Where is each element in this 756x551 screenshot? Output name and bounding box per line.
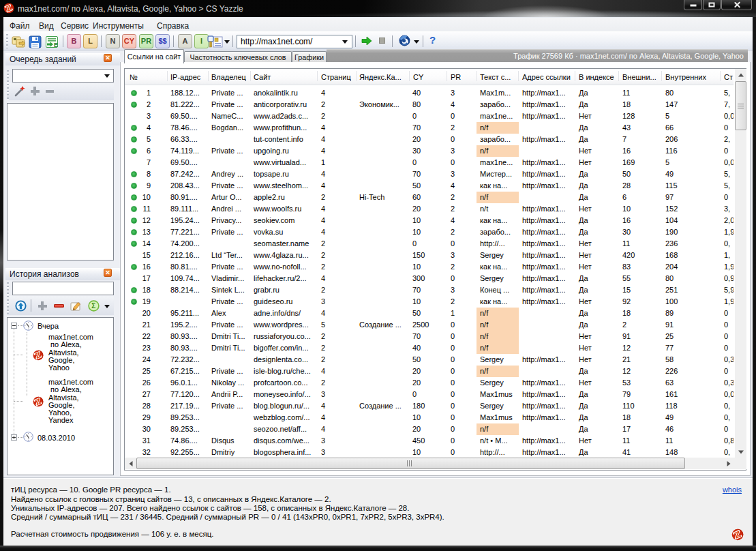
svg-text:E: E [54, 42, 58, 48]
svg-text:Σ: Σ [91, 302, 95, 310]
